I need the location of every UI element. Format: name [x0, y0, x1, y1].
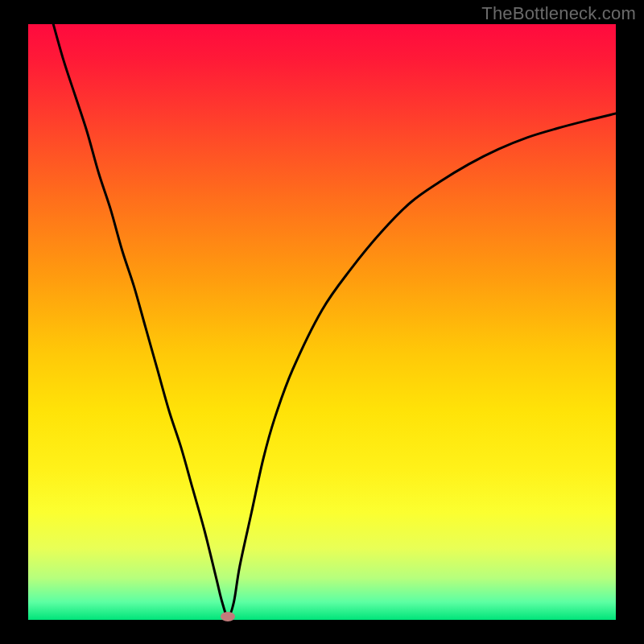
watermark-text: TheBottleneck.com — [481, 3, 636, 24]
curve-svg — [28, 24, 616, 620]
bottleneck-curve-path — [52, 24, 616, 617]
chart-container: { "watermark": "TheBottleneck.com", "cha… — [0, 0, 644, 644]
minimum-marker — [221, 612, 235, 621]
plot-area — [28, 24, 616, 620]
